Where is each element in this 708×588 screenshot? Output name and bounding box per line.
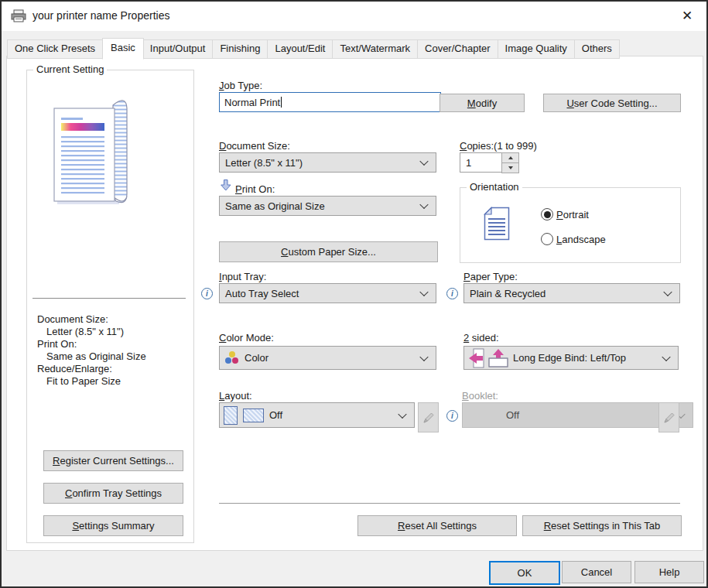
landscape-radio-label: Landscape (556, 234, 606, 245)
job-type-input[interactable]: Normal Print (219, 92, 441, 112)
close-icon[interactable]: ✕ (676, 5, 699, 28)
color-mode-select[interactable]: Color (219, 346, 436, 370)
register-current-settings-button[interactable]: Register Current Settings... (43, 450, 183, 471)
user-code-setting-button[interactable]: User Code Setting... (543, 94, 681, 112)
current-setting-group-label: Current Setting (33, 63, 107, 75)
two-sided-label: 2 sided: (463, 332, 499, 344)
document-size-label: Document Size: (219, 140, 290, 152)
edit-pen-icon (663, 412, 676, 424)
print-on-value: Same as Original Size (225, 200, 325, 212)
input-tray-value: Auto Tray Select (225, 288, 299, 299)
tab-bar: One Click Presets Basic Input/Output Fin… (7, 38, 620, 59)
copies-input[interactable]: 1 (460, 152, 505, 173)
summary-document-size-label: Document Size: (37, 313, 108, 325)
portrait-option[interactable]: Portrait (541, 208, 589, 220)
print-on-label: Print On: (235, 183, 275, 195)
chevron-down-icon (662, 352, 670, 361)
custom-paper-size-button[interactable]: Custom Paper Size... (219, 241, 438, 262)
cancel-button[interactable]: Cancel (562, 561, 631, 583)
input-tray-label: Input Tray: (219, 271, 266, 282)
booklet-value: Off (506, 409, 519, 421)
window-title: your printer name Properties (32, 9, 169, 22)
booklet-info-icon[interactable]: i (446, 410, 458, 422)
layout-value: Off (269, 409, 282, 421)
summary-print-on-label: Print On: (37, 338, 77, 350)
printer-icon (11, 9, 26, 22)
layout-select[interactable]: Off (219, 402, 415, 428)
summary-reduce-enlarge-value: Fit to Paper Size (46, 375, 121, 387)
job-type-value: Normal Print (224, 97, 280, 108)
layout-landscape-page-icon (243, 409, 264, 422)
paper-type-info-icon[interactable]: i (446, 288, 458, 299)
edit-pen-icon (422, 412, 435, 424)
copies-value: 1 (466, 157, 471, 169)
tab-basic[interactable]: Basic (102, 38, 144, 60)
current-setting-divider (32, 298, 186, 299)
summary-print-on-value: Same as Original Size (46, 350, 146, 362)
tab-input-output[interactable]: Input/Output (143, 39, 214, 59)
title-bar: your printer name Properties ✕ (2, 2, 706, 31)
booklet-label: Booklet: (462, 390, 498, 402)
paper-type-select[interactable]: Plain & Recycled (463, 283, 680, 303)
print-on-select[interactable]: Same as Original Size (219, 196, 436, 216)
orientation-group: Orientation Portrait Landscape (460, 187, 681, 263)
copies-spin-down-button[interactable] (501, 162, 519, 173)
confirm-tray-settings-button[interactable]: Confirm Tray Settings (43, 483, 183, 504)
portrait-radio-label: Portrait (556, 209, 589, 220)
color-mode-label: Color Mode: (219, 332, 274, 344)
help-button[interactable]: Help (634, 561, 704, 583)
copies-spin-up-button[interactable] (501, 152, 519, 163)
portrait-page-icon (484, 207, 510, 241)
chevron-down-icon (419, 352, 428, 361)
down-arrow-icon (221, 179, 231, 191)
ok-button[interactable]: OK (489, 561, 560, 585)
paper-type-label: Paper Type: (463, 271, 518, 282)
landscape-radio[interactable] (541, 233, 553, 245)
duplex-long-edge-icon (468, 348, 484, 368)
booklet-settings-button (658, 402, 679, 432)
tab-text-watermark[interactable]: Text/Watermark (333, 39, 418, 59)
tab-cover-chapter[interactable]: Cover/Chapter (418, 39, 498, 59)
color-dots-icon (225, 351, 239, 364)
content-divider (219, 503, 680, 504)
spin-up-icon (508, 156, 513, 159)
job-type-label: Job Type: (219, 80, 262, 91)
reset-all-settings-button[interactable]: Reset All Settings (357, 515, 517, 536)
input-tray-select[interactable]: Auto Tray Select (219, 283, 436, 303)
tab-others[interactable]: Others (575, 39, 620, 59)
printer-properties-dialog: your printer name Properties ✕ One Click… (0, 0, 708, 588)
layout-label: Layout: (219, 390, 252, 402)
orientation-group-label: Orientation (467, 181, 522, 193)
chevron-down-icon (663, 288, 672, 296)
summary-reduce-enlarge-label: Reduce/Enlarge: (37, 363, 112, 374)
landscape-option[interactable]: Landscape (541, 233, 606, 245)
modify-button[interactable]: Modify (440, 94, 525, 112)
spin-down-icon (508, 166, 513, 169)
chevron-down-icon (419, 200, 428, 209)
tab-layout-edit[interactable]: Layout/Edit (268, 39, 333, 59)
text-caret (281, 97, 282, 108)
tab-image-quality[interactable]: Image Quality (498, 39, 575, 59)
color-mode-value: Color (245, 352, 268, 364)
document-size-value: Letter (8.5" x 11") (225, 157, 303, 169)
layout-settings-button (418, 402, 439, 432)
chevron-down-icon (419, 288, 428, 296)
two-sided-select[interactable]: Long Edge Bind: Left/Top (463, 346, 679, 370)
portrait-radio[interactable] (541, 208, 553, 220)
chevron-down-icon (398, 409, 406, 418)
tab-one-click-presets[interactable]: One Click Presets (7, 39, 103, 59)
duplex-top-edge-icon (488, 349, 509, 368)
tab-finishing[interactable]: Finishing (213, 39, 268, 59)
document-size-select[interactable]: Letter (8.5" x 11") (219, 152, 436, 173)
current-setting-preview-image (46, 88, 147, 218)
paper-type-value: Plain & Recycled (470, 288, 546, 299)
summary-document-size-value: Letter (8.5" x 11") (46, 326, 124, 337)
two-sided-value: Long Edge Bind: Left/Top (513, 352, 626, 364)
copies-label: Copies:(1 to 999) (460, 140, 537, 152)
chevron-down-icon (419, 157, 428, 166)
input-tray-info-icon[interactable]: i (201, 288, 213, 299)
layout-portrait-page-icon (224, 406, 238, 425)
settings-summary-button[interactable]: Settings Summary (43, 515, 183, 536)
reset-settings-in-tab-button[interactable]: Reset Settings in This Tab (522, 515, 682, 536)
